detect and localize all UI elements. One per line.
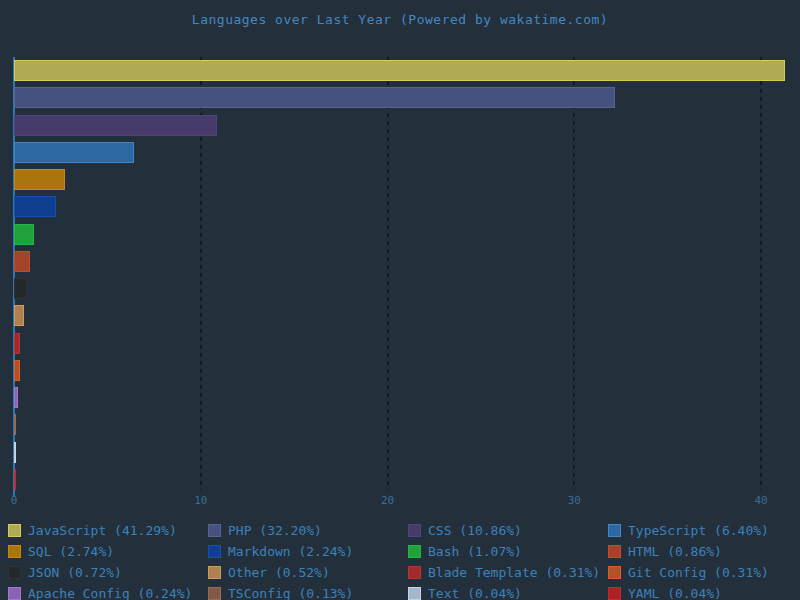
legend-label: Apache Config (0.24%) (28, 586, 192, 600)
legend-swatch-yaml (608, 587, 621, 600)
legend-label: TSConfig (0.13%) (228, 586, 353, 600)
legend-item-typescript: TypeScript (6.40%) (608, 520, 800, 541)
x-tick-label-30: 30 (568, 494, 581, 507)
legend-swatch-tsconfig (208, 587, 221, 600)
wakatime-language-chart: Languages over Last Year (Powered by wak… (0, 0, 800, 600)
legend-label: SQL (2.74%) (28, 544, 114, 559)
bar-bash (14, 224, 34, 245)
legend-swatch-sql (8, 545, 21, 558)
legend-item-php: PHP (32.20%) (208, 520, 408, 541)
bar-row-tsconfig (14, 411, 800, 438)
bar-sql (14, 169, 65, 190)
legend-item-json: JSON (0.72%) (8, 562, 208, 583)
legend-swatch-php (208, 524, 221, 537)
legend-item-other: Other (0.52%) (208, 562, 408, 583)
x-tick-label-40: 40 (754, 494, 767, 507)
legend-label: CSS (10.86%) (428, 523, 522, 538)
legend-item-bash: Bash (1.07%) (408, 541, 608, 562)
legend-item-git-config: Git Config (0.31%) (608, 562, 800, 583)
legend-swatch-other (208, 566, 221, 579)
legend-item-css: CSS (10.86%) (408, 520, 608, 541)
legend-label: Git Config (0.31%) (628, 565, 769, 580)
legend-item-tsconfig: TSConfig (0.13%) (208, 583, 408, 600)
legend-swatch-css (408, 524, 421, 537)
legend-item-markdown: Markdown (2.24%) (208, 541, 408, 562)
legend-swatch-json (8, 566, 21, 579)
legend-swatch-blade-template (408, 566, 421, 579)
bar-row-html (14, 248, 800, 275)
bar-row-other (14, 302, 800, 329)
legend-label: Blade Template (0.31%) (428, 565, 600, 580)
bar-javascript (14, 60, 785, 81)
legend-swatch-markdown (208, 545, 221, 558)
bar-row-apache-config (14, 384, 800, 411)
bar-row-blade-template (14, 330, 800, 357)
bar-html (14, 251, 30, 272)
legend-label: JSON (0.72%) (28, 565, 122, 580)
legend-label: TypeScript (6.40%) (628, 523, 769, 538)
legend-label: HTML (0.86%) (628, 544, 722, 559)
x-tick-label-20: 20 (381, 494, 394, 507)
x-tick-label-0: 0 (11, 494, 18, 507)
bar-php (14, 87, 615, 108)
legend-item-yaml: YAML (0.04%) (608, 583, 800, 600)
bar-text (14, 442, 16, 463)
legend-item-javascript: JavaScript (41.29%) (8, 520, 208, 541)
legend-swatch-text (408, 587, 421, 600)
bar-yaml (14, 469, 16, 490)
legend-item-text: Text (0.04%) (408, 583, 608, 600)
bar-row-markdown (14, 193, 800, 220)
legend-swatch-bash (408, 545, 421, 558)
bar-other (14, 305, 24, 326)
bar-row-bash (14, 221, 800, 248)
bar-row-git-config (14, 357, 800, 384)
bar-row-text (14, 439, 800, 466)
bar-apache-config (14, 387, 18, 408)
legend-swatch-html (608, 545, 621, 558)
legend-swatch-javascript (8, 524, 21, 537)
legend-swatch-git-config (608, 566, 621, 579)
bar-markdown (14, 196, 56, 217)
bar-git-config (14, 360, 20, 381)
legend-label: JavaScript (41.29%) (28, 523, 177, 538)
bar-row-javascript (14, 57, 800, 84)
bar-row-php (14, 84, 800, 111)
bar-series (14, 57, 800, 493)
legend: JavaScript (41.29%)PHP (32.20%)CSS (10.8… (8, 520, 800, 600)
chart-title: Languages over Last Year (Powered by wak… (0, 12, 800, 27)
bar-blade-template (14, 333, 20, 354)
bar-row-css (14, 112, 800, 139)
bar-row-yaml (14, 466, 800, 493)
legend-label: Bash (1.07%) (428, 544, 522, 559)
legend-item-apache-config: Apache Config (0.24%) (8, 583, 208, 600)
legend-label: Markdown (2.24%) (228, 544, 353, 559)
bar-row-typescript (14, 139, 800, 166)
bar-tsconfig (14, 414, 16, 435)
bar-css (14, 115, 217, 136)
plot-area (0, 57, 800, 493)
x-tick-label-10: 10 (194, 494, 207, 507)
legend-item-blade-template: Blade Template (0.31%) (408, 562, 608, 583)
bar-typescript (14, 142, 134, 163)
legend-label: Text (0.04%) (428, 586, 522, 600)
legend-label: Other (0.52%) (228, 565, 330, 580)
bar-row-sql (14, 166, 800, 193)
legend-swatch-typescript (608, 524, 621, 537)
legend-label: YAML (0.04%) (628, 586, 722, 600)
legend-item-sql: SQL (2.74%) (8, 541, 208, 562)
bar-json (14, 278, 27, 299)
legend-item-html: HTML (0.86%) (608, 541, 800, 562)
bar-row-json (14, 275, 800, 302)
x-axis: 010203040 (0, 494, 800, 510)
legend-swatch-apache-config (8, 587, 21, 600)
legend-label: PHP (32.20%) (228, 523, 322, 538)
